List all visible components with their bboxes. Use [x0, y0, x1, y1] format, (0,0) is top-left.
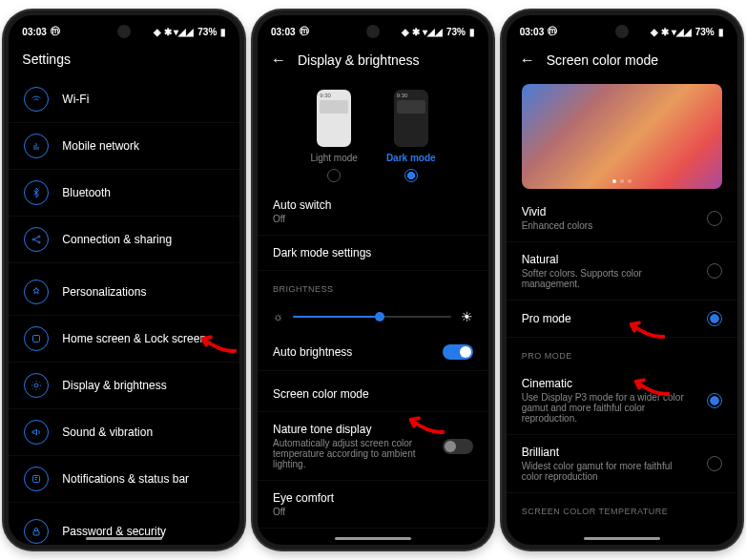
row-nature-tone[interactable]: Nature tone display Automatically adjust… [258, 412, 488, 481]
radio-icon[interactable] [707, 263, 722, 279]
row-sub: Widest color gamut for more faithful col… [522, 461, 694, 482]
status-time: 03:03 [520, 27, 545, 37]
row-label: Bluetooth [62, 186, 224, 199]
back-icon[interactable]: ← [520, 52, 535, 69]
home-indicator[interactable] [335, 537, 411, 540]
bluetooth-icon [24, 180, 49, 205]
title-text: Display & brightness [298, 52, 420, 68]
arrow-annotation [632, 374, 670, 397]
lock-icon [24, 519, 49, 544]
row-label: Notifications & status bar [62, 472, 224, 486]
light-preview: 9:30 [317, 90, 351, 147]
switch-icon[interactable] [443, 439, 473, 454]
theme-mode-selector: 9:30 Light mode 9:30 Dark mode [258, 78, 488, 188]
title-bar: ← Display & brightness [258, 42, 488, 78]
page-title: Settings [9, 42, 239, 76]
row-label: Mobile network [62, 139, 224, 153]
slider-thumb[interactable] [375, 312, 384, 321]
battery-text: 73% [197, 27, 217, 37]
battery-icon: ▮ [718, 27, 724, 37]
mobile-icon [24, 134, 49, 158]
arrow-annotation [198, 331, 237, 354]
row-sub: Enhanced colors [522, 220, 694, 231]
row-eye-comfort[interactable]: Eye comfort Off [258, 481, 488, 529]
status-bar: 03:03 ⓜ ◈ ✱ ▾◢◢ 73% ▮ [9, 15, 239, 42]
battery-text: 73% [695, 27, 715, 37]
status-icons: ◈ ✱ ▾◢◢ [402, 27, 443, 37]
row-label: Connection & sharing [62, 233, 224, 246]
radio-icon[interactable] [707, 211, 722, 226]
radio-icon[interactable] [707, 456, 722, 471]
row-notifications[interactable]: Notifications & status bar [9, 456, 239, 503]
svg-point-1 [38, 236, 40, 238]
row-vivid[interactable]: Vivid Enhanced colors [507, 195, 737, 242]
dark-mode-option[interactable]: 9:30 Dark mode [386, 90, 436, 182]
gmail-icon: ⓜ [300, 25, 309, 38]
row-label: Personalizations [62, 285, 224, 299]
row-bluetooth[interactable]: Bluetooth [9, 170, 239, 217]
row-label: Password & security [62, 525, 224, 538]
row-auto-brightness[interactable]: Auto brightness [258, 334, 488, 371]
brightness-slider[interactable]: ☼ ☀ [258, 300, 488, 334]
status-icons: ◈ ✱ ▾◢◢ [154, 27, 195, 37]
row-label: Auto brightness [273, 345, 429, 359]
row-screen-color-mode[interactable]: Screen color mode [258, 377, 488, 412]
row-sub: Automatically adjust screen color temper… [273, 438, 429, 469]
settings-list: Wi-Fi Mobile network Bluetooth Connectio… [9, 76, 239, 550]
row-label: Natural [522, 253, 694, 266]
dark-mode-label: Dark mode [386, 153, 436, 163]
radio-icon[interactable] [707, 311, 722, 326]
svg-rect-6 [33, 531, 39, 536]
row-dark-mode-settings[interactable]: Dark mode settings [258, 236, 488, 271]
pagination-dots [612, 179, 632, 183]
row-sound[interactable]: Sound & vibration [9, 409, 239, 456]
radio-icon [327, 169, 341, 182]
battery-icon: ▮ [469, 27, 475, 37]
row-sub: Off [273, 507, 473, 517]
row-auto-switch[interactable]: Auto switch Off [258, 188, 488, 236]
light-mode-option[interactable]: 9:30 Light mode [310, 90, 357, 182]
status-bar: 03:03ⓜ ◈ ✱ ▾◢◢73%▮ [507, 15, 737, 42]
row-label: Dark mode settings [273, 246, 473, 259]
home-indicator[interactable] [86, 537, 162, 540]
row-display-brightness[interactable]: Display & brightness [9, 363, 239, 409]
notification-icon [24, 467, 49, 491]
row-label: Auto switch [273, 198, 473, 212]
sound-icon [24, 420, 49, 445]
row-label: Sound & vibration [62, 425, 224, 439]
bright-icon: ☀ [461, 309, 473, 324]
row-pro-mode[interactable]: Pro mode [507, 301, 737, 338]
radio-icon[interactable] [707, 393, 722, 408]
gmail-icon: ⓜ [51, 25, 60, 38]
row-brilliant[interactable]: Brilliant Widest color gamut for more fa… [507, 435, 737, 493]
personalize-icon [24, 280, 49, 304]
home-indicator[interactable] [584, 537, 660, 540]
dim-icon: ☼ [273, 310, 283, 323]
pro-mode-heading: PRO MODE [507, 338, 737, 366]
phone-display-brightness: 03:03ⓜ ◈ ✱ ▾◢◢73%▮ ← Display & brightnes… [253, 10, 493, 550]
row-mobile-network[interactable]: Mobile network [9, 123, 239, 170]
svg-point-2 [38, 241, 40, 243]
status-bar: 03:03ⓜ ◈ ✱ ▾◢◢73%▮ [258, 15, 488, 42]
temperature-heading: SCREEN COLOR TEMPERATURE [507, 493, 737, 522]
title-text: Screen color mode [547, 52, 659, 68]
back-icon[interactable]: ← [271, 52, 286, 69]
row-connection-sharing[interactable]: Connection & sharing [9, 217, 239, 263]
row-natural[interactable]: Natural Softer colors. Supports color ma… [507, 242, 737, 301]
phone-settings: 03:03 ⓜ ◈ ✱ ▾◢◢ 73% ▮ Settings Wi-Fi Mob… [4, 10, 244, 550]
row-label: Display & brightness [62, 379, 224, 392]
row-label: Wi-Fi [62, 93, 224, 106]
row-password[interactable]: Password & security [9, 508, 239, 550]
row-wifi[interactable]: Wi-Fi [9, 76, 239, 123]
switch-icon[interactable] [443, 344, 473, 360]
share-icon [24, 227, 49, 252]
color-preview-image[interactable] [522, 84, 722, 189]
status-icons: ◈ ✱ ▾◢◢ [651, 27, 692, 37]
row-sub: Off [273, 214, 473, 224]
row-cinematic[interactable]: Cinematic Use Display P3 mode for a wide… [507, 366, 737, 435]
slider-track[interactable] [293, 316, 451, 318]
light-mode-label: Light mode [310, 153, 357, 163]
row-personalizations[interactable]: Personalizations [9, 269, 239, 316]
arrow-annotation [627, 317, 665, 340]
battery-icon: ▮ [220, 27, 226, 37]
